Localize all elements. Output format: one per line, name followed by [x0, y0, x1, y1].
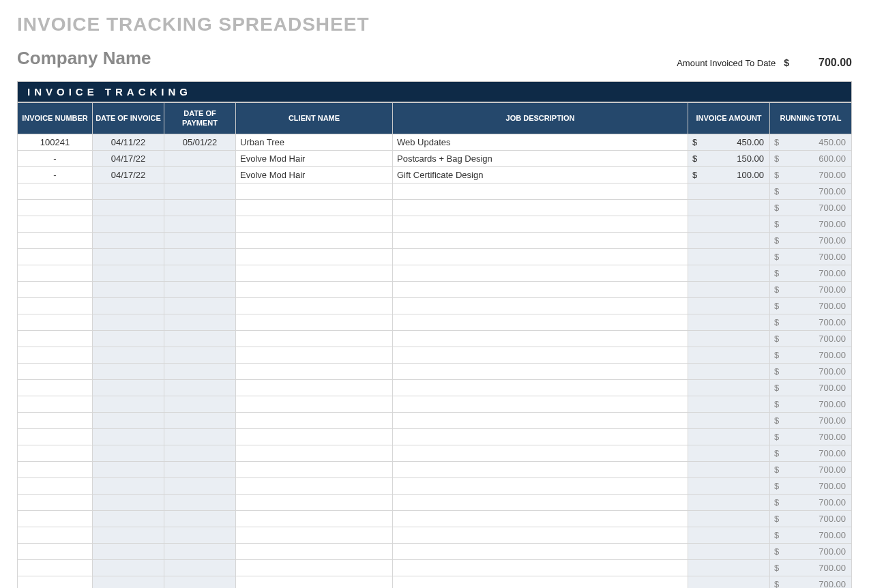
- cell-invoice-amount[interactable]: [688, 314, 770, 330]
- cell-invoice-number[interactable]: [18, 510, 93, 527]
- cell-invoice-amount[interactable]: $100.00: [688, 166, 770, 183]
- cell-date-payment[interactable]: [164, 199, 236, 216]
- cell-job-description[interactable]: [393, 183, 688, 199]
- cell-invoice-amount[interactable]: [688, 428, 770, 445]
- cell-invoice-number[interactable]: [18, 445, 93, 461]
- cell-job-description[interactable]: [393, 412, 688, 428]
- cell-invoice-amount[interactable]: [688, 396, 770, 412]
- cell-running-total[interactable]: $700.00: [770, 379, 852, 396]
- cell-invoice-number[interactable]: [18, 314, 93, 330]
- cell-date-payment[interactable]: [164, 428, 236, 445]
- cell-running-total[interactable]: $700.00: [770, 314, 852, 330]
- cell-date-payment[interactable]: [164, 379, 236, 396]
- cell-invoice-number[interactable]: [18, 379, 93, 396]
- cell-job-description[interactable]: [393, 396, 688, 412]
- cell-date-payment[interactable]: [164, 412, 236, 428]
- cell-running-total[interactable]: $700.00: [770, 297, 852, 314]
- cell-date-invoice[interactable]: [93, 297, 164, 314]
- cell-invoice-amount[interactable]: [688, 543, 770, 559]
- cell-date-invoice[interactable]: 04/11/22: [93, 134, 164, 150]
- cell-running-total[interactable]: $700.00: [770, 281, 852, 297]
- cell-job-description[interactable]: [393, 494, 688, 510]
- cell-running-total[interactable]: $700.00: [770, 576, 852, 588]
- cell-running-total[interactable]: $700.00: [770, 347, 852, 363]
- cell-invoice-number[interactable]: [18, 281, 93, 297]
- cell-invoice-amount[interactable]: [688, 363, 770, 379]
- cell-date-payment[interactable]: [164, 330, 236, 347]
- cell-client-name[interactable]: [236, 314, 393, 330]
- cell-job-description[interactable]: Web Updates: [393, 134, 688, 150]
- cell-job-description[interactable]: [393, 265, 688, 281]
- cell-invoice-amount[interactable]: [688, 183, 770, 199]
- cell-date-invoice[interactable]: 04/17/22: [93, 150, 164, 166]
- cell-date-payment[interactable]: [164, 297, 236, 314]
- cell-client-name[interactable]: [236, 445, 393, 461]
- cell-date-invoice[interactable]: [93, 412, 164, 428]
- cell-date-payment[interactable]: [164, 527, 236, 543]
- cell-invoice-amount[interactable]: [688, 510, 770, 527]
- cell-client-name[interactable]: [236, 281, 393, 297]
- cell-job-description[interactable]: [393, 347, 688, 363]
- cell-client-name[interactable]: [236, 232, 393, 248]
- cell-job-description[interactable]: [393, 248, 688, 265]
- cell-job-description[interactable]: [393, 428, 688, 445]
- cell-date-payment[interactable]: [164, 150, 236, 166]
- cell-running-total[interactable]: $700.00: [770, 232, 852, 248]
- cell-date-invoice[interactable]: [93, 379, 164, 396]
- cell-invoice-number[interactable]: [18, 183, 93, 199]
- cell-client-name[interactable]: [236, 527, 393, 543]
- cell-date-invoice[interactable]: [93, 216, 164, 232]
- cell-running-total[interactable]: $700.00: [770, 265, 852, 281]
- cell-invoice-amount[interactable]: [688, 494, 770, 510]
- cell-date-invoice[interactable]: [93, 232, 164, 248]
- cell-job-description[interactable]: [393, 216, 688, 232]
- cell-client-name[interactable]: Evolve Mod Hair: [236, 166, 393, 183]
- cell-job-description[interactable]: [393, 477, 688, 494]
- cell-job-description[interactable]: [393, 510, 688, 527]
- cell-invoice-number[interactable]: [18, 265, 93, 281]
- cell-running-total[interactable]: $700.00: [770, 248, 852, 265]
- cell-job-description[interactable]: [393, 363, 688, 379]
- cell-date-payment[interactable]: [164, 477, 236, 494]
- cell-client-name[interactable]: [236, 330, 393, 347]
- cell-date-payment[interactable]: [164, 248, 236, 265]
- cell-client-name[interactable]: [236, 363, 393, 379]
- cell-date-invoice[interactable]: [93, 330, 164, 347]
- cell-date-payment[interactable]: [164, 396, 236, 412]
- cell-invoice-number[interactable]: [18, 363, 93, 379]
- cell-job-description[interactable]: [393, 314, 688, 330]
- cell-date-invoice[interactable]: [93, 543, 164, 559]
- cell-invoice-number[interactable]: [18, 199, 93, 216]
- cell-running-total[interactable]: $700.00: [770, 527, 852, 543]
- cell-date-invoice[interactable]: [93, 510, 164, 527]
- cell-invoice-amount[interactable]: $450.00: [688, 134, 770, 150]
- cell-client-name[interactable]: [236, 297, 393, 314]
- cell-date-invoice[interactable]: [93, 461, 164, 477]
- cell-date-invoice[interactable]: [93, 428, 164, 445]
- cell-date-payment[interactable]: [164, 461, 236, 477]
- cell-running-total[interactable]: $700.00: [770, 543, 852, 559]
- cell-running-total[interactable]: $450.00: [770, 134, 852, 150]
- cell-invoice-number[interactable]: [18, 330, 93, 347]
- cell-client-name[interactable]: [236, 265, 393, 281]
- cell-date-invoice[interactable]: [93, 314, 164, 330]
- cell-client-name[interactable]: [236, 248, 393, 265]
- cell-client-name[interactable]: [236, 379, 393, 396]
- cell-running-total[interactable]: $700.00: [770, 166, 852, 183]
- cell-running-total[interactable]: $700.00: [770, 412, 852, 428]
- cell-invoice-amount[interactable]: [688, 412, 770, 428]
- cell-date-payment[interactable]: 05/01/22: [164, 134, 236, 150]
- cell-client-name[interactable]: [236, 428, 393, 445]
- cell-invoice-number[interactable]: [18, 527, 93, 543]
- cell-client-name[interactable]: [236, 494, 393, 510]
- cell-invoice-amount[interactable]: [688, 347, 770, 363]
- cell-date-invoice[interactable]: [93, 281, 164, 297]
- cell-date-payment[interactable]: [164, 232, 236, 248]
- cell-client-name[interactable]: [236, 461, 393, 477]
- cell-invoice-number[interactable]: [18, 494, 93, 510]
- cell-invoice-number[interactable]: [18, 477, 93, 494]
- cell-date-payment[interactable]: [164, 347, 236, 363]
- cell-invoice-number[interactable]: [18, 396, 93, 412]
- cell-invoice-number[interactable]: [18, 297, 93, 314]
- cell-running-total[interactable]: $700.00: [770, 363, 852, 379]
